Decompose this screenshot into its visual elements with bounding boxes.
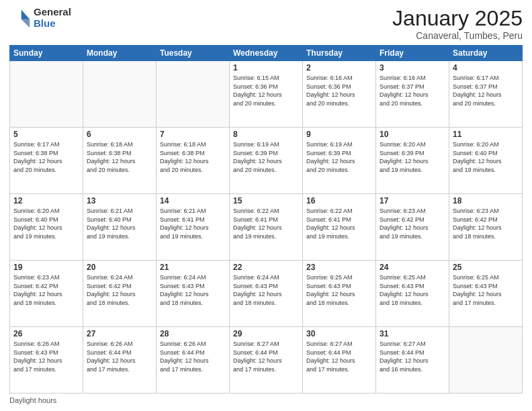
day-number: 15 bbox=[233, 196, 299, 205]
day-number: 18 bbox=[453, 196, 519, 205]
svg-marker-0 bbox=[21, 9, 30, 19]
calendar-cell: 19Sunrise: 6:23 AM Sunset: 6:42 PM Dayli… bbox=[10, 261, 83, 327]
calendar-cell: 24Sunrise: 6:25 AM Sunset: 6:43 PM Dayli… bbox=[376, 261, 449, 327]
day-number: 21 bbox=[160, 263, 226, 272]
day-info: Sunrise: 6:18 AM Sunset: 6:38 PM Dayligh… bbox=[160, 140, 226, 174]
day-number: 29 bbox=[233, 329, 299, 338]
calendar-week-row: 12Sunrise: 6:20 AM Sunset: 6:40 PM Dayli… bbox=[10, 194, 523, 261]
day-info: Sunrise: 6:18 AM Sunset: 6:38 PM Dayligh… bbox=[87, 140, 152, 174]
day-info: Sunrise: 6:20 AM Sunset: 6:40 PM Dayligh… bbox=[13, 207, 79, 240]
day-info: Sunrise: 6:27 AM Sunset: 6:44 PM Dayligh… bbox=[380, 340, 445, 373]
svg-marker-1 bbox=[21, 19, 30, 27]
day-info: Sunrise: 6:26 AM Sunset: 6:44 PM Dayligh… bbox=[160, 340, 226, 373]
footer: Daylight hours bbox=[9, 396, 523, 404]
calendar-cell: 8Sunrise: 6:19 AM Sunset: 6:39 PM Daylig… bbox=[230, 128, 303, 194]
calendar-cell: 23Sunrise: 6:25 AM Sunset: 6:43 PM Dayli… bbox=[303, 261, 376, 327]
calendar-day-header: Monday bbox=[83, 46, 157, 61]
day-info: Sunrise: 6:23 AM Sunset: 6:42 PM Dayligh… bbox=[453, 207, 519, 240]
day-number: 23 bbox=[306, 263, 372, 272]
day-number: 10 bbox=[380, 130, 445, 139]
day-info: Sunrise: 6:19 AM Sunset: 6:39 PM Dayligh… bbox=[233, 140, 299, 174]
logo-text: General Blue bbox=[34, 7, 71, 29]
calendar-day-header: Tuesday bbox=[157, 46, 230, 61]
day-number: 4 bbox=[453, 63, 519, 73]
calendar-cell: 26Sunrise: 6:26 AM Sunset: 6:43 PM Dayli… bbox=[10, 327, 83, 394]
day-info: Sunrise: 6:19 AM Sunset: 6:39 PM Dayligh… bbox=[306, 140, 372, 174]
day-info: Sunrise: 6:20 AM Sunset: 6:40 PM Dayligh… bbox=[453, 140, 519, 174]
calendar-cell: 9Sunrise: 6:19 AM Sunset: 6:39 PM Daylig… bbox=[303, 128, 376, 194]
calendar-header-row: SundayMondayTuesdayWednesdayThursdayFrid… bbox=[10, 46, 523, 61]
calendar-cell: 27Sunrise: 6:26 AM Sunset: 6:44 PM Dayli… bbox=[83, 327, 157, 394]
calendar-cell: 10Sunrise: 6:20 AM Sunset: 6:39 PM Dayli… bbox=[376, 128, 449, 194]
day-info: Sunrise: 6:26 AM Sunset: 6:44 PM Dayligh… bbox=[87, 340, 152, 373]
day-info: Sunrise: 6:21 AM Sunset: 6:40 PM Dayligh… bbox=[87, 207, 152, 240]
day-info: Sunrise: 6:27 AM Sunset: 6:44 PM Dayligh… bbox=[233, 340, 299, 373]
calendar-week-row: 26Sunrise: 6:26 AM Sunset: 6:43 PM Dayli… bbox=[10, 327, 523, 394]
day-number: 31 bbox=[380, 329, 445, 338]
day-info: Sunrise: 6:24 AM Sunset: 6:43 PM Dayligh… bbox=[233, 273, 299, 307]
day-number: 13 bbox=[87, 196, 152, 205]
day-number: 19 bbox=[13, 263, 79, 272]
calendar-day-header: Saturday bbox=[449, 46, 523, 61]
day-info: Sunrise: 6:25 AM Sunset: 6:43 PM Dayligh… bbox=[306, 273, 372, 307]
calendar-day-header: Friday bbox=[376, 46, 449, 61]
day-info: Sunrise: 6:17 AM Sunset: 6:37 PM Dayligh… bbox=[453, 74, 519, 107]
calendar-cell bbox=[83, 61, 157, 128]
calendar-cell: 13Sunrise: 6:21 AM Sunset: 6:40 PM Dayli… bbox=[83, 194, 157, 261]
calendar-cell: 25Sunrise: 6:25 AM Sunset: 6:43 PM Dayli… bbox=[449, 261, 523, 327]
day-number: 14 bbox=[160, 196, 226, 205]
day-number: 22 bbox=[233, 263, 299, 272]
calendar-week-row: 19Sunrise: 6:23 AM Sunset: 6:42 PM Dayli… bbox=[10, 261, 523, 327]
calendar-week-row: 5Sunrise: 6:17 AM Sunset: 6:38 PM Daylig… bbox=[10, 128, 523, 194]
day-info: Sunrise: 6:24 AM Sunset: 6:42 PM Dayligh… bbox=[87, 273, 152, 307]
calendar-cell: 4Sunrise: 6:17 AM Sunset: 6:37 PM Daylig… bbox=[449, 61, 523, 128]
calendar-cell: 2Sunrise: 6:16 AM Sunset: 6:36 PM Daylig… bbox=[303, 61, 376, 128]
calendar-cell bbox=[10, 61, 83, 128]
calendar-cell bbox=[157, 61, 230, 128]
calendar-cell: 29Sunrise: 6:27 AM Sunset: 6:44 PM Dayli… bbox=[230, 327, 303, 394]
day-number: 28 bbox=[160, 329, 226, 338]
calendar-cell: 14Sunrise: 6:21 AM Sunset: 6:41 PM Dayli… bbox=[157, 194, 230, 261]
day-info: Sunrise: 6:22 AM Sunset: 6:41 PM Dayligh… bbox=[233, 207, 299, 240]
day-number: 7 bbox=[160, 130, 226, 139]
calendar-table: SundayMondayTuesdayWednesdayThursdayFrid… bbox=[9, 45, 523, 394]
day-info: Sunrise: 6:26 AM Sunset: 6:43 PM Dayligh… bbox=[13, 340, 79, 373]
calendar-cell: 16Sunrise: 6:22 AM Sunset: 6:41 PM Dayli… bbox=[303, 194, 376, 261]
day-number: 17 bbox=[380, 196, 445, 205]
day-number: 8 bbox=[233, 130, 299, 139]
day-number: 25 bbox=[453, 263, 519, 272]
day-number: 9 bbox=[306, 130, 372, 139]
calendar-cell: 3Sunrise: 6:16 AM Sunset: 6:37 PM Daylig… bbox=[376, 61, 449, 128]
calendar-cell: 6Sunrise: 6:18 AM Sunset: 6:38 PM Daylig… bbox=[83, 128, 157, 194]
calendar-day-header: Thursday bbox=[303, 46, 376, 61]
logo: General Blue bbox=[9, 7, 71, 29]
calendar-cell bbox=[449, 327, 523, 394]
day-info: Sunrise: 6:27 AM Sunset: 6:44 PM Dayligh… bbox=[306, 340, 372, 373]
logo-blue: Blue bbox=[34, 18, 71, 30]
day-number: 2 bbox=[306, 63, 372, 73]
logo-icon bbox=[9, 7, 31, 29]
subtitle: Canaveral, Tumbes, Peru bbox=[392, 30, 523, 41]
calendar-cell: 22Sunrise: 6:24 AM Sunset: 6:43 PM Dayli… bbox=[230, 261, 303, 327]
header: General Blue January 2025 Canaveral, Tum… bbox=[9, 7, 523, 41]
day-info: Sunrise: 6:15 AM Sunset: 6:36 PM Dayligh… bbox=[233, 74, 299, 107]
calendar-cell: 28Sunrise: 6:26 AM Sunset: 6:44 PM Dayli… bbox=[157, 327, 230, 394]
day-info: Sunrise: 6:16 AM Sunset: 6:36 PM Dayligh… bbox=[306, 74, 372, 107]
day-number: 20 bbox=[87, 263, 152, 272]
calendar-cell: 31Sunrise: 6:27 AM Sunset: 6:44 PM Dayli… bbox=[376, 327, 449, 394]
day-info: Sunrise: 6:20 AM Sunset: 6:39 PM Dayligh… bbox=[380, 140, 445, 174]
day-info: Sunrise: 6:23 AM Sunset: 6:42 PM Dayligh… bbox=[13, 273, 79, 307]
calendar-cell: 12Sunrise: 6:20 AM Sunset: 6:40 PM Dayli… bbox=[10, 194, 83, 261]
page: General Blue January 2025 Canaveral, Tum… bbox=[0, 0, 532, 411]
calendar-cell: 7Sunrise: 6:18 AM Sunset: 6:38 PM Daylig… bbox=[157, 128, 230, 194]
day-info: Sunrise: 6:25 AM Sunset: 6:43 PM Dayligh… bbox=[453, 273, 519, 307]
day-number: 30 bbox=[306, 329, 372, 338]
calendar-cell: 5Sunrise: 6:17 AM Sunset: 6:38 PM Daylig… bbox=[10, 128, 83, 194]
day-number: 27 bbox=[87, 329, 152, 338]
day-info: Sunrise: 6:23 AM Sunset: 6:42 PM Dayligh… bbox=[380, 207, 445, 240]
day-number: 5 bbox=[13, 130, 79, 139]
day-info: Sunrise: 6:24 AM Sunset: 6:43 PM Dayligh… bbox=[160, 273, 226, 307]
calendar-cell: 21Sunrise: 6:24 AM Sunset: 6:43 PM Dayli… bbox=[157, 261, 230, 327]
day-number: 16 bbox=[306, 196, 372, 205]
day-number: 6 bbox=[87, 130, 152, 139]
